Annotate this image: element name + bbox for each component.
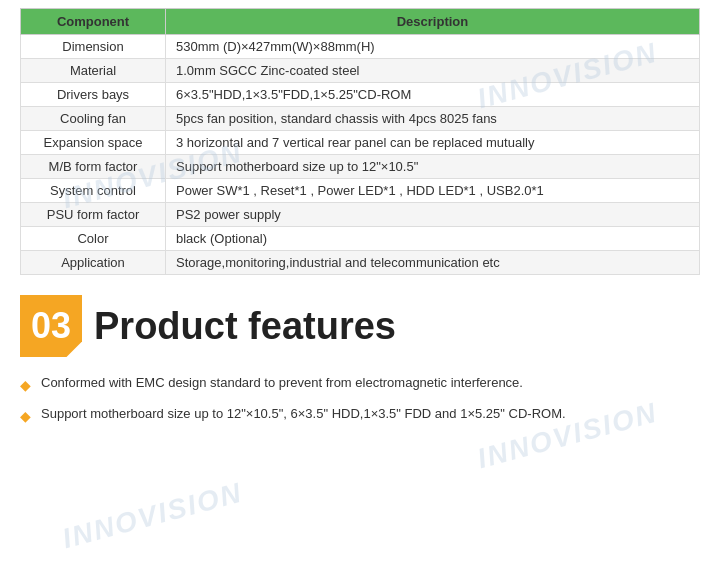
table-row: Dimension530mm (D)×427mm(W)×88mm(H) [21, 35, 700, 59]
feature-text: Conformed with EMC design standard to pr… [41, 373, 700, 393]
features-section: 03 Product features ◆Conformed with EMC … [0, 285, 720, 445]
table-cell-component: System control [21, 179, 166, 203]
specs-table-section: Component Description Dimension530mm (D)… [0, 0, 720, 285]
table-cell-description: Power SW*1 , Reset*1 , Power LED*1 , HDD… [166, 179, 700, 203]
table-cell-description: 5pcs fan position, standard chassis with… [166, 107, 700, 131]
table-cell-component: Application [21, 251, 166, 275]
table-cell-description: 530mm (D)×427mm(W)×88mm(H) [166, 35, 700, 59]
section-number-badge: 03 [20, 295, 82, 357]
table-cell-component: M/B form factor [21, 155, 166, 179]
table-cell-component: Dimension [21, 35, 166, 59]
table-row: PSU form factorPS2 power supply [21, 203, 700, 227]
header-description: Description [166, 9, 700, 35]
specs-table: Component Description Dimension530mm (D)… [20, 8, 700, 275]
table-cell-description: 6×3.5"HDD,1×3.5"FDD,1×5.25"CD-ROM [166, 83, 700, 107]
table-cell-description: Support motherboard size up to 12"×10.5" [166, 155, 700, 179]
table-row: Expansion space3 horizontal and 7 vertic… [21, 131, 700, 155]
table-row: Material1.0mm SGCC Zinc-coated steel [21, 59, 700, 83]
table-row: Cooling fan5pcs fan position, standard c… [21, 107, 700, 131]
table-row: Colorblack (Optional) [21, 227, 700, 251]
table-cell-description: 3 horizontal and 7 vertical rear panel c… [166, 131, 700, 155]
table-row: ApplicationStorage,monitoring,industrial… [21, 251, 700, 275]
table-cell-component: Expansion space [21, 131, 166, 155]
features-title: Product features [94, 305, 396, 348]
feature-item: ◆Support motherboard size up to 12"×10.5… [20, 404, 700, 427]
table-cell-description: 1.0mm SGCC Zinc-coated steel [166, 59, 700, 83]
table-cell-description: black (Optional) [166, 227, 700, 251]
feature-text: Support motherboard size up to 12"×10.5"… [41, 404, 700, 424]
table-row: System controlPower SW*1 , Reset*1 , Pow… [21, 179, 700, 203]
table-row: M/B form factorSupport motherboard size … [21, 155, 700, 179]
watermark-4: INNOVISION [59, 477, 246, 556]
table-cell-description: Storage,monitoring,industrial and teleco… [166, 251, 700, 275]
features-list: ◆Conformed with EMC design standard to p… [20, 373, 700, 427]
table-cell-component: Material [21, 59, 166, 83]
table-cell-component: PSU form factor [21, 203, 166, 227]
table-cell-component: Cooling fan [21, 107, 166, 131]
table-row: Drivers bays6×3.5"HDD,1×3.5"FDD,1×5.25"C… [21, 83, 700, 107]
diamond-icon: ◆ [20, 375, 31, 396]
header-component: Component [21, 9, 166, 35]
diamond-icon: ◆ [20, 406, 31, 427]
table-cell-component: Color [21, 227, 166, 251]
feature-item: ◆Conformed with EMC design standard to p… [20, 373, 700, 396]
table-cell-component: Drivers bays [21, 83, 166, 107]
table-cell-description: PS2 power supply [166, 203, 700, 227]
features-header: 03 Product features [20, 295, 700, 357]
